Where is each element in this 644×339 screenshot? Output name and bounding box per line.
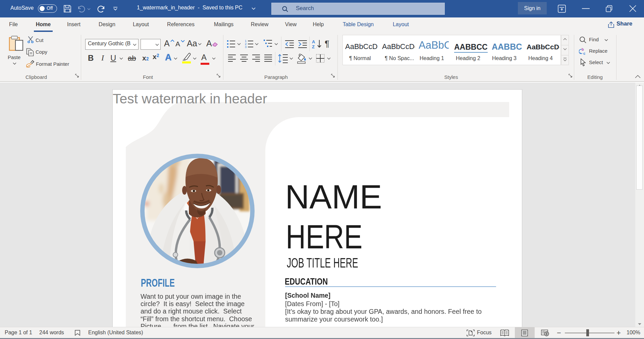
svg-text:b: b: [582, 47, 584, 51]
svg-text:Z: Z: [312, 44, 315, 49]
svg-text:c: c: [583, 51, 585, 55]
svg-text:3: 3: [245, 45, 247, 48]
svg-text:A: A: [312, 39, 315, 44]
